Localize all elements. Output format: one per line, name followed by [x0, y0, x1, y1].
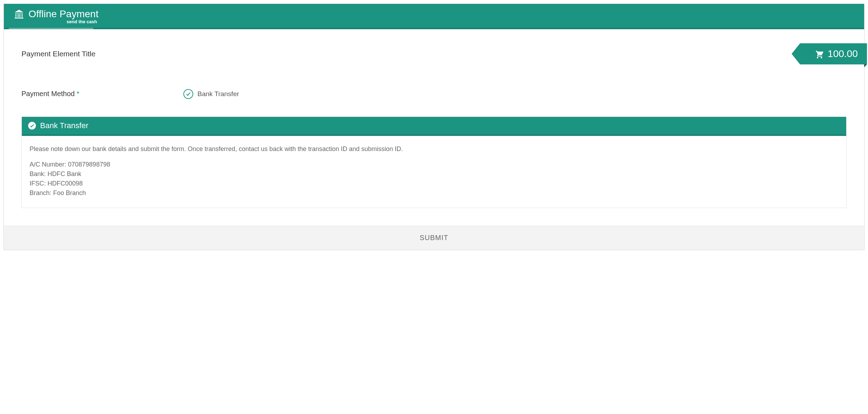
payment-method-label-text: Payment Method [21, 90, 75, 98]
page-subtitle: send the cash [67, 19, 854, 24]
bank-detail-ifsc: IFSC: HDFC00098 [30, 179, 838, 188]
header-bar: Offline Payment send the cash [4, 4, 864, 29]
payment-method-label: Payment Method * [21, 90, 183, 98]
payment-card: Offline Payment send the cash Payment El… [4, 4, 864, 250]
bank-detail-branch: Branch: Foo Branch [30, 188, 838, 197]
page-title: Offline Payment [29, 9, 99, 20]
bank-transfer-panel-body: Please note down our bank details and su… [22, 136, 846, 208]
payment-title-label: Payment Element Title [21, 50, 95, 58]
amount-ribbon: 100.00 [800, 43, 867, 64]
bank-transfer-panel-title: Bank Transfer [40, 121, 88, 130]
radio-selected-icon [183, 89, 193, 99]
form-body: Payment Element Title 100.00 Payment Met… [4, 29, 864, 226]
bank-detail-bank: Bank: HDFC Bank [30, 169, 838, 178]
required-indicator: * [77, 90, 80, 98]
payment-method-option-bank-transfer[interactable]: Bank Transfer [183, 89, 239, 99]
bank-transfer-instructions: Please note down our bank details and su… [30, 144, 838, 153]
bank-icon [14, 9, 24, 19]
cart-icon [814, 49, 823, 58]
bank-transfer-panel: Bank Transfer Please note down our bank … [21, 117, 847, 208]
bank-details-list: A/C Number: 070879898798 Bank: HDFC Bank… [30, 160, 838, 197]
check-circle-icon [28, 122, 36, 130]
submit-button[interactable]: SUBMIT [420, 234, 448, 242]
amount-value: 100.00 [828, 48, 858, 59]
bank-transfer-panel-header: Bank Transfer [22, 117, 846, 136]
bank-detail-ac: A/C Number: 070879898798 [30, 160, 838, 169]
form-footer: SUBMIT [4, 226, 864, 250]
payment-method-option-label: Bank Transfer [197, 90, 239, 98]
